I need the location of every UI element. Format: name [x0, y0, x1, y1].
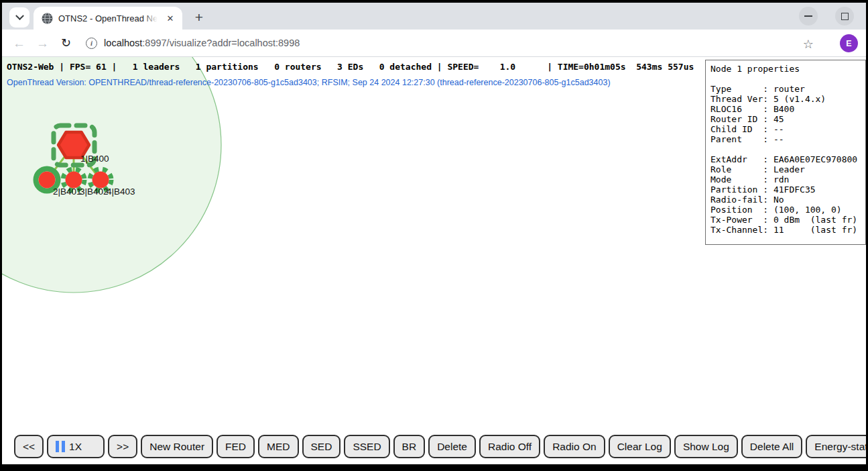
simulation-controls: << 1X >> New Router FED MED SED SSED BR … [14, 435, 866, 458]
clear-log-button[interactable]: Clear Log [609, 435, 671, 458]
maximize-button[interactable] [835, 7, 854, 25]
network-canvas[interactable]: 1|B400 2|B401 3|B402 4|B403 [2, 57, 702, 464]
panel-row-partition: Partition : 41FDFC35 [710, 185, 861, 195]
globe-favicon-icon [42, 13, 53, 24]
tab-strip: OTNS2 - OpenThread Ne ✕ + [2, 3, 866, 30]
tab-title: OTNS2 - OpenThread Ne [58, 13, 158, 23]
med-button[interactable]: MED [258, 435, 298, 458]
panel-row-type: Type : router [710, 84, 861, 94]
bookmark-star-icon[interactable]: ☆ [803, 37, 814, 52]
pause-icon [56, 441, 65, 452]
fed-button[interactable]: FED [216, 435, 255, 458]
panel-row-rloc16: RLOC16 : B400 [710, 104, 861, 114]
otns-visualizer-page: 1|B400 2|B401 3|B402 4|B403 OTNS2-Web | … [2, 57, 866, 464]
panel-row-childid: Child ID : -- [710, 124, 861, 134]
show-log-button[interactable]: Show Log [674, 435, 738, 458]
pause-speed-button[interactable]: 1X [47, 435, 105, 458]
tab-search-button[interactable] [9, 7, 29, 28]
node-4-circle[interactable] [92, 172, 109, 189]
node-2-circle[interactable] [39, 172, 56, 189]
radio-on-button[interactable]: Radio On [544, 435, 605, 458]
panel-row-role: Role : Leader [710, 164, 861, 174]
speed-label: 1X [69, 441, 82, 453]
sed-button[interactable]: SED [302, 435, 341, 458]
panel-row-txchannel: Tx-Channel: 11 (last fr) [710, 225, 861, 235]
tab-otns2[interactable]: OTNS2 - OpenThread Ne ✕ [34, 7, 182, 30]
forward-icon[interactable]: → [36, 37, 49, 50]
panel-row-routerid: Router ID : 45 [710, 114, 861, 124]
browser-window: OTNS2 - OpenThread Ne ✕ + ← → ↻ i localh… [2, 3, 866, 464]
panel-row-position: Position : (100, 100, 0) [710, 205, 861, 215]
delete-button[interactable]: Delete [428, 435, 476, 458]
panel-row-extaddr: ExtAddr : EA6A0E07EC970800 [710, 154, 861, 164]
panel-row-threadver: Thread Ver: 5 (v1.4.x) [710, 94, 861, 104]
maximize-icon [841, 13, 849, 20]
window-controls [799, 7, 854, 25]
minimize-icon [804, 15, 812, 17]
page-info-icon[interactable]: i [86, 38, 97, 49]
url-host: localhost [104, 38, 142, 48]
node-4-label: 4|B403 [107, 187, 135, 197]
speed-up-button[interactable]: >> [108, 435, 137, 458]
url-path: :8997/visualize?addr=localhost:8998 [142, 38, 300, 48]
minimize-button[interactable] [799, 7, 818, 25]
panel-blank [710, 74, 861, 84]
tab-close-icon[interactable]: ✕ [164, 11, 177, 25]
openthread-version-line: OpenThread Version: OPENTHREAD/thread-re… [7, 78, 611, 87]
node-1-label: 1|B400 [80, 154, 109, 164]
ssed-button[interactable]: SSED [344, 435, 389, 458]
panel-title: Node 1 properties [710, 64, 861, 74]
speed-down-button[interactable]: << [14, 435, 44, 458]
node-properties-panel: Node 1 properties Type : router Thread V… [705, 60, 866, 245]
panel-row-mode: Mode : rdn [710, 174, 861, 185]
simulation-status-bar: OTNS2-Web | FPS= 61 | 1 leaders 1 partit… [7, 62, 694, 72]
node-3-label: 3|B402 [80, 187, 109, 197]
delete-all-button[interactable]: Delete All [741, 435, 802, 458]
back-icon[interactable]: ← [13, 37, 25, 50]
radio-off-button[interactable]: Radio Off [479, 435, 540, 458]
br-button[interactable]: BR [393, 435, 426, 458]
new-tab-button[interactable]: + [190, 9, 208, 26]
panel-row-txpower: Tx-Power : 0 dBm (last fr) [710, 215, 861, 225]
profile-avatar[interactable]: E [840, 34, 858, 52]
panel-row-parent: Parent : -- [710, 134, 861, 144]
reload-icon[interactable]: ↻ [61, 37, 71, 49]
node-3-circle[interactable] [66, 172, 82, 189]
url-toolbar: ← → ↻ i localhost:8997/visualize?addr=lo… [2, 30, 866, 57]
panel-blank [710, 144, 861, 154]
new-router-button[interactable]: New Router [141, 435, 213, 458]
energy-stats-button[interactable]: Energy-stats ↗ [806, 435, 866, 458]
address-bar[interactable]: localhost:8997/visualize?addr=localhost:… [104, 38, 300, 48]
node-2-label: 2|B401 [53, 187, 82, 197]
chevron-down-icon [15, 11, 24, 20]
panel-row-radiofail: Radio-fail: No [710, 195, 861, 205]
